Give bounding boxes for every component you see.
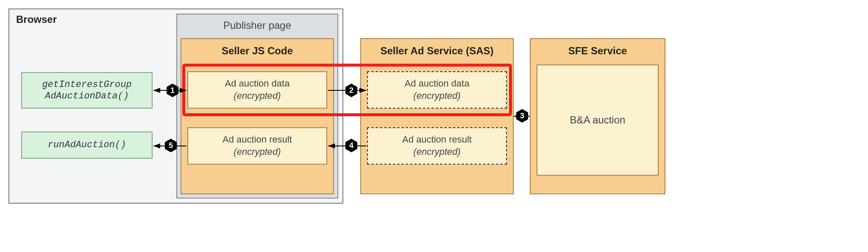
ad-auction-result-sas-line2: (encrypted): [413, 146, 460, 158]
step-4-label: 4: [349, 141, 353, 150]
api-getinterestgroup-label: getInterestGroup AdAuctionData(): [42, 79, 131, 102]
sas-title: Seller Ad Service (SAS): [361, 45, 513, 57]
step-badge-2: 2: [344, 83, 359, 98]
step-5-label: 5: [169, 141, 173, 150]
ad-auction-data-sas-line2: (encrypted): [413, 90, 460, 102]
api-getinterestgroup: getInterestGroup AdAuctionData(): [21, 72, 153, 109]
step-3-label: 3: [520, 112, 524, 120]
ad-auction-data-sas-line1: Ad auction data: [405, 78, 470, 90]
ad-auction-data-line2: (encrypted): [234, 90, 281, 102]
sas-container: Seller Ad Service (SAS): [360, 38, 514, 194]
step-badge-4: 4: [344, 138, 359, 153]
seller-js-title: Seller JS Code: [181, 45, 333, 57]
ad-auction-data-line1: Ad auction data: [225, 78, 290, 90]
step-badge-5: 5: [164, 138, 178, 153]
api-runadauction: runAdAuction(): [21, 132, 153, 159]
sfe-title: SFE Service: [531, 45, 665, 57]
api-runadauction-label: runAdAuction(): [48, 139, 126, 151]
ad-auction-data-sas: Ad auction data (encrypted): [367, 71, 507, 109]
browser-label: Browser: [16, 14, 57, 25]
diagram-root: Browser Publisher page Seller JS Code Se…: [8, 8, 665, 204]
ad-auction-result-line1: Ad auction result: [223, 134, 292, 146]
ba-auction-label: B&A auction: [570, 113, 626, 126]
seller-js-container: Seller JS Code: [181, 38, 334, 194]
ad-auction-result-sas-line1: Ad auction result: [402, 134, 472, 146]
ba-auction-box: B&A auction: [537, 64, 659, 176]
step-badge-3: 3: [515, 109, 529, 123]
ad-auction-result-sellerjs: Ad auction result (encrypted): [187, 127, 327, 165]
ad-auction-result-line2: (encrypted): [234, 146, 281, 158]
step-badge-1: 1: [165, 83, 180, 98]
publisher-page-label: Publisher page: [177, 20, 337, 31]
step-1-label: 1: [170, 86, 175, 95]
ad-auction-data-sellerjs: Ad auction data (encrypted): [187, 71, 327, 109]
step-2-label: 2: [349, 86, 353, 95]
ad-auction-result-sas: Ad auction result (encrypted): [367, 127, 507, 165]
